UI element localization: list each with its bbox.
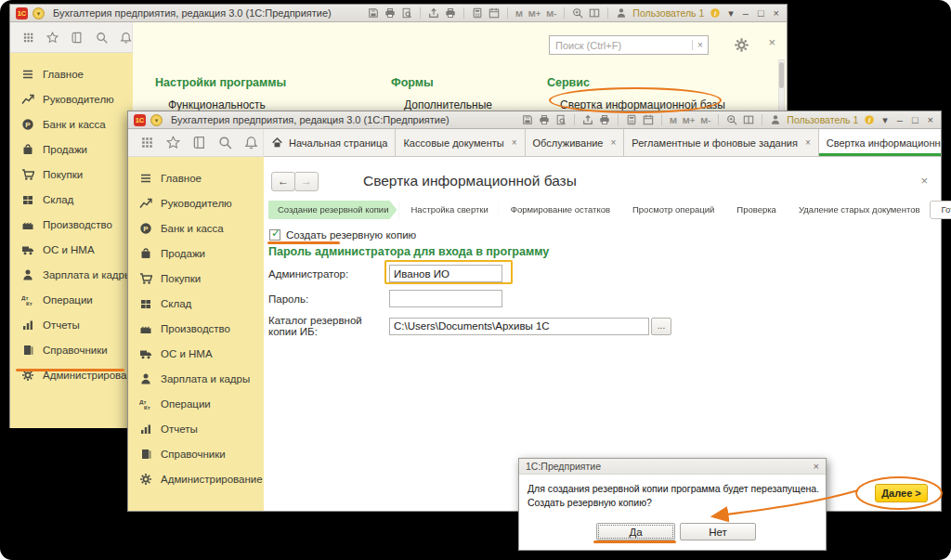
memory-mplus-button[interactable]: M+	[528, 8, 541, 19]
print-icon[interactable]	[384, 7, 396, 19]
history-icon[interactable]	[192, 136, 206, 150]
notifications-bell-icon[interactable]	[120, 31, 132, 45]
sidebar-item-reports[interactable]: Отчеты	[10, 312, 133, 337]
info-icon[interactable]	[710, 7, 721, 19]
sidebar-item-bank-cash[interactable]: Банк и касса	[10, 111, 133, 137]
sidebar-item-sales[interactable]: Продажи	[128, 241, 264, 266]
step-consolidation-settings[interactable]: Настройка свертки	[399, 201, 497, 219]
sidebar-item-reports[interactable]: Отчеты	[128, 416, 264, 441]
tab-close-icon[interactable]: ×	[803, 137, 811, 148]
checkbox-icon[interactable]: ✓	[269, 229, 280, 241]
print-preview-icon[interactable]	[555, 114, 567, 125]
search-icon[interactable]	[96, 31, 108, 45]
print-settings-icon[interactable]	[599, 114, 610, 125]
sidebar-item-sales[interactable]: Продажи	[10, 137, 133, 162]
sidebar-item-warehouse[interactable]: Склад	[10, 187, 133, 212]
zoom-icon[interactable]	[726, 114, 737, 125]
next-button[interactable]: Далее >	[875, 484, 928, 502]
save-icon[interactable]	[368, 7, 379, 19]
back-button[interactable]: ←	[271, 172, 295, 191]
calculator-icon[interactable]	[472, 7, 483, 19]
sidebar-item-warehouse[interactable]: Склад	[128, 291, 264, 316]
memory-m-button[interactable]: M	[670, 115, 677, 125]
info-icon[interactable]	[864, 114, 875, 125]
split-view-icon[interactable]	[743, 114, 754, 125]
sidebar-item-purchases[interactable]: Покупки	[128, 266, 264, 291]
export-icon[interactable]	[428, 7, 439, 19]
memory-m-button[interactable]: M	[515, 8, 523, 19]
sidebar-item-fixed-assets[interactable]: ОС и НМА	[128, 341, 264, 366]
search-clear-icon[interactable]: ×	[692, 40, 708, 50]
titlebar-dropdown-icon[interactable]: ▾	[880, 114, 890, 125]
tab-close-icon[interactable]: ×	[510, 137, 517, 148]
calendar-icon[interactable]	[643, 114, 654, 125]
browse-button[interactable]: ...	[651, 318, 671, 335]
close-button[interactable]: ×	[772, 7, 781, 19]
scrollbar-thumb[interactable]	[779, 62, 784, 88]
sidebar-item-administration[interactable]: Администрирование	[10, 362, 133, 387]
tab-service[interactable]: Обслуживание ×	[526, 129, 625, 156]
step-delete-old-documents[interactable]: Удаление старых документов	[787, 201, 929, 219]
apps-grid-icon[interactable]	[22, 31, 34, 45]
export-icon[interactable]	[582, 114, 593, 125]
sidebar-item-fixed-assets[interactable]: ОС и НМА	[10, 237, 133, 262]
backup-checkbox[interactable]: ✓ Создать резервную копию	[269, 229, 416, 241]
maximize-button[interactable]: □	[756, 7, 766, 19]
catalog-input[interactable]	[389, 318, 649, 335]
calculator-icon[interactable]	[626, 114, 637, 125]
main-menu-button[interactable]: ▾	[33, 7, 45, 20]
settings-gear-icon[interactable]	[734, 37, 749, 53]
panel-close-icon[interactable]: ×	[768, 35, 775, 49]
split-view-icon[interactable]	[589, 7, 600, 19]
sidebar-item-directories[interactable]: Справочники	[128, 441, 264, 466]
memory-mminus-button[interactable]: M-	[546, 8, 556, 19]
close-button[interactable]: ×	[926, 114, 935, 125]
sidebar-item-manager[interactable]: Руководителю	[128, 190, 264, 215]
print-settings-icon[interactable]	[445, 7, 456, 19]
history-icon[interactable]	[71, 31, 83, 45]
tab-home[interactable]: Начальная страница	[264, 129, 396, 156]
step-view-operations[interactable]: Просмотр операций	[620, 201, 723, 219]
forward-button[interactable]: →	[294, 172, 319, 191]
link-database-consolidation[interactable]: Свертка информационной базы	[560, 98, 787, 111]
step-backup[interactable]: Создание резервной копии	[268, 201, 397, 219]
tab-cash-documents[interactable]: Кассовые документы ×	[396, 129, 525, 156]
step-done[interactable]: Готово	[930, 201, 951, 219]
print-icon[interactable]	[539, 114, 550, 125]
sidebar-item-bank-cash[interactable]: Банк и касса	[128, 215, 264, 241]
apps-grid-icon[interactable]	[140, 136, 154, 150]
sidebar-item-directories[interactable]: Справочники	[10, 337, 133, 362]
link-functionality[interactable]: Функциональность	[168, 98, 391, 111]
password-input[interactable]	[389, 290, 502, 307]
search-icon[interactable]	[218, 136, 232, 150]
user-name[interactable]: Пользователь 1	[632, 7, 704, 19]
favorites-star-icon[interactable]	[46, 31, 59, 45]
sidebar-item-main[interactable]: Главное	[128, 165, 264, 190]
main-menu-button[interactable]: ▾	[150, 114, 163, 126]
yes-button[interactable]: Да	[596, 523, 675, 540]
tab-database-consolidation[interactable]: Свертка информационной базы ×	[819, 129, 941, 156]
sidebar-item-operations[interactable]: Операции	[10, 287, 133, 312]
tab-close-icon[interactable]: ×	[608, 137, 616, 148]
sidebar-item-manager[interactable]: Руководителю	[10, 86, 133, 111]
sidebar-item-payroll[interactable]: Зарплата и кадры	[128, 366, 264, 391]
no-button[interactable]: Нет	[680, 523, 756, 540]
maximize-button[interactable]: □	[910, 114, 920, 125]
print-preview-icon[interactable]	[401, 7, 412, 19]
search-input[interactable]: Поиск (Ctrl+F) ×	[549, 35, 709, 55]
step-balances[interactable]: Формирование остатков	[499, 201, 619, 219]
admin-input[interactable]	[389, 265, 502, 282]
notifications-bell-icon[interactable]	[244, 136, 258, 150]
minimize-button[interactable]: –	[895, 114, 905, 125]
calendar-icon[interactable]	[489, 7, 500, 19]
sidebar-item-payroll[interactable]: Зарплата и кадры	[10, 262, 133, 287]
sidebar-item-main[interactable]: Главное	[10, 61, 133, 86]
wizard-close-icon[interactable]: ×	[920, 174, 928, 188]
favorites-star-icon[interactable]	[166, 136, 180, 150]
save-icon[interactable]	[522, 114, 533, 125]
memory-mminus-button[interactable]: M-	[700, 115, 710, 125]
user-name[interactable]: Пользователь 1	[787, 114, 858, 125]
sidebar-item-administration[interactable]: Администрирование	[128, 466, 264, 491]
sidebar-item-production[interactable]: Производство	[10, 212, 133, 237]
minimize-button[interactable]: –	[741, 7, 750, 19]
